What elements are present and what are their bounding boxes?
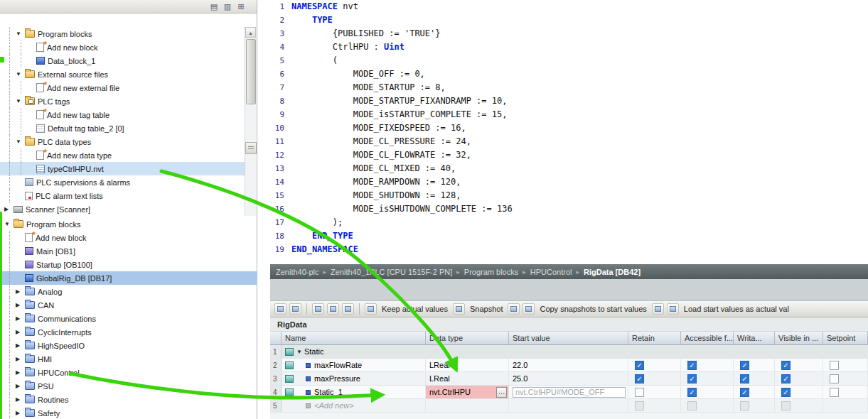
details-view-icon[interactable]: ▤ [208, 1, 220, 12]
checkbox-setpoint[interactable] [830, 361, 839, 370]
expander-icon[interactable]: ▶ [16, 356, 25, 362]
tree-item-plc-supervisions-alarms[interactable]: PLC supervisions & alarms [0, 175, 245, 189]
tree-item-main-ob1[interactable]: Main [OB1] [0, 244, 257, 258]
checkbox-retain[interactable]: ✓ [635, 374, 644, 383]
start-value-input[interactable]: nvt.CtrlHPU#MODE_OFF [513, 387, 626, 398]
checkbox-visible[interactable]: ✓ [781, 388, 791, 397]
load-start-values-button[interactable]: Load start values as actual val [684, 305, 789, 313]
reset-start-values-icon[interactable] [312, 303, 324, 315]
start-value-cell[interactable]: 25.0 [509, 372, 628, 385]
expander-icon[interactable]: ▼ [16, 98, 25, 104]
tree-scrollbar[interactable]: ▲ [245, 27, 256, 216]
breadcrumb-item-program-blocks[interactable]: Program blocks [464, 268, 518, 276]
tree-item-program-blocks[interactable]: ▼Program blocks [0, 27, 245, 40]
start-value-cell[interactable]: 22.0 [509, 359, 628, 371]
data-type-cell[interactable] [426, 345, 509, 358]
tree-item-add-new-block[interactable]: Add new block [0, 231, 257, 244]
table-row-2[interactable]: 2maxFlowRateLReal22.0✓✓✓✓ [270, 359, 868, 372]
breadcrumb-item-zenith40-plc[interactable]: Zenith40-plc [276, 268, 319, 276]
checkbox-accessible[interactable]: ✓ [687, 388, 697, 397]
tree-item-add-new-data-type[interactable]: Add new data type [0, 148, 245, 162]
tree-item-plc-tags[interactable]: ▼PLC tags [0, 94, 245, 108]
column-header-retain[interactable]: Retain [628, 332, 681, 344]
name-cell[interactable]: maxFlowRate [282, 359, 426, 371]
start-value-cell[interactable] [509, 345, 628, 358]
tree-item-cyclicinterrupts[interactable]: ▶CyclicInterrupts [0, 325, 257, 339]
struct-expander-icon[interactable]: ▼ [296, 349, 302, 355]
checkbox-accessible[interactable]: ✓ [687, 361, 697, 370]
tree-item-analog[interactable]: ▶Analog [0, 285, 257, 298]
column-header-setpoint[interactable]: Setpoint [823, 332, 868, 344]
checkbox-retain[interactable] [635, 388, 644, 397]
tree-item-plc-data-types[interactable]: ▼PLC data types [0, 135, 245, 148]
scl-code-editor[interactable]: 1NAMESPACE nvt2 TYPE3 {PUBLISHED := 'TRU… [270, 0, 868, 264]
tree-item-psu[interactable]: ▶PSU [0, 379, 257, 393]
expander-icon[interactable]: ▶ [16, 369, 25, 376]
split-view-icon[interactable]: ▥ [222, 1, 233, 12]
copy-snapshot-down-icon[interactable] [523, 303, 535, 315]
expander-icon[interactable]: ▶ [16, 342, 25, 349]
tree-item-add-new-tag-table[interactable]: Add new tag table [0, 108, 245, 121]
table-row-3[interactable]: 3maxPressureLReal25.0✓✓✓✓ [270, 372, 868, 386]
expander-icon[interactable]: ▶ [16, 302, 25, 308]
data-type-cell[interactable] [426, 399, 509, 412]
insert-row-icon[interactable] [274, 303, 286, 315]
snapshot-icon[interactable] [453, 303, 465, 315]
scroll-up-icon[interactable]: ▲ [245, 27, 256, 38]
checkbox-accessible[interactable]: ✓ [687, 374, 697, 383]
checkbox-visible[interactable]: ✓ [781, 361, 791, 370]
column-header-start-value[interactable]: Start value [509, 332, 628, 344]
checkbox-writable[interactable]: ✓ [740, 374, 749, 383]
data-type-cell[interactable]: nvt.CtrlHPU… [426, 386, 509, 398]
tree-item-can[interactable]: ▶CAN [0, 298, 257, 312]
tree-item-highspeedio[interactable]: ▶HighSpeedIO [0, 339, 257, 352]
checkbox-writable[interactable]: ✓ [740, 388, 749, 397]
tree-item-safety[interactable]: ▶Safety [0, 406, 257, 419]
expander-icon[interactable]: ▶ [16, 329, 25, 335]
copy-snapshots-button[interactable]: Copy snapshots to start values [540, 305, 646, 313]
snapshot-button[interactable]: Snapshot [470, 305, 503, 313]
tree-item-add-new-external-file[interactable]: Add new external file [0, 81, 245, 94]
start-value-cell[interactable] [509, 399, 628, 412]
update-interface-icon[interactable] [327, 303, 339, 315]
tree-item-globalrig-db-db17[interactable]: GlobalRig_DB [DB17] [0, 271, 257, 285]
tree-item-routines[interactable]: ▶Routines [0, 393, 257, 406]
browse-button[interactable]: … [496, 387, 507, 398]
tree-item-program-blocks[interactable]: ▼Program blocks [0, 217, 257, 231]
checkbox-retain[interactable]: ✓ [635, 361, 644, 370]
column-header-writa[interactable]: Writa... [734, 332, 775, 344]
checkbox-visible[interactable]: ✓ [781, 374, 791, 383]
tree-item-data-block-1[interactable]: Data_block_1 [0, 54, 245, 67]
expander-icon[interactable]: ▶ [4, 206, 14, 212]
expand-members-icon[interactable] [342, 303, 354, 315]
tree-item-communications[interactable]: ▶Communications [0, 312, 257, 325]
tree-item-default-tag-table-2-0[interactable]: Default tag table_2 [0] [0, 121, 245, 135]
monitor-icon[interactable] [365, 303, 377, 315]
load-values-icon[interactable] [652, 303, 664, 315]
tree-item-add-new-block[interactable]: Add new block [0, 40, 245, 54]
tree-item-startup-ob100[interactable]: Startup [OB100] [0, 258, 257, 271]
table-row-4[interactable]: 4Static_1nvt.CtrlHPU…nvt.CtrlHPU#MODE_OF… [270, 386, 868, 399]
expander-icon[interactable]: ▶ [16, 288, 25, 295]
keep-actual-values-button[interactable]: Keep actual values [382, 305, 448, 313]
start-value-cell[interactable]: nvt.CtrlHPU#MODE_OFF [509, 386, 628, 398]
tree-item-external-source-files[interactable]: ▼External source files [0, 67, 245, 81]
name-cell[interactable]: <Add new> [282, 399, 426, 412]
checkbox-setpoint[interactable] [830, 374, 839, 383]
column-header-data-type[interactable]: Data type [426, 332, 509, 344]
breadcrumb-item-hpucontrol[interactable]: HPUControl [530, 268, 572, 276]
copy-snapshot-up-icon[interactable] [508, 303, 520, 315]
data-type-cell[interactable]: LReal [426, 372, 509, 385]
table-row-5[interactable]: 5<Add new> [270, 399, 868, 413]
expander-icon[interactable]: ▶ [16, 410, 25, 416]
expander-icon[interactable]: ▶ [16, 315, 25, 322]
expander-icon[interactable]: ▼ [16, 71, 25, 77]
tree-item-scanner-scanner[interactable]: ▶Scanner [Scanner] [0, 202, 245, 216]
column-header-name[interactable]: Name [282, 332, 426, 344]
expander-icon[interactable]: ▼ [16, 138, 25, 145]
checkbox-setpoint[interactable] [830, 388, 839, 397]
column-header-accessible-f[interactable]: Accessible f... [681, 332, 734, 344]
load-values-alt-icon[interactable] [667, 303, 679, 315]
name-cell[interactable]: Static_1 [282, 386, 426, 398]
tree-item-plc-alarm-text-lists[interactable]: PLC alarm text lists [0, 189, 245, 202]
